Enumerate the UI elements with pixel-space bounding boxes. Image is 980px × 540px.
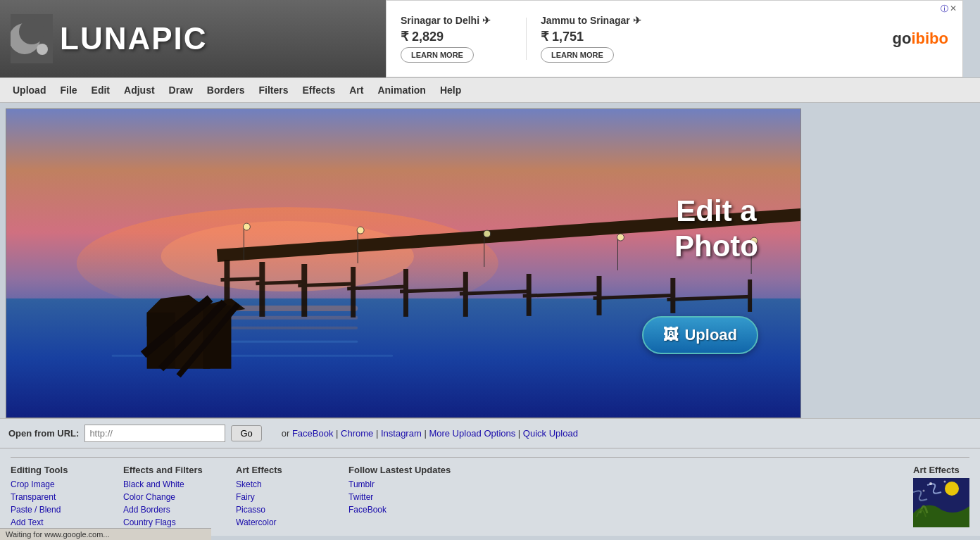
svg-line-49	[144, 299, 211, 355]
art-effects-title: Art Effects	[236, 465, 320, 475]
svg-point-54	[929, 482, 932, 485]
url-quick-upload-link[interactable]: Quick Upload	[523, 428, 578, 439]
url-bar: Open from URL: Go or FaceBook | Chrome |…	[0, 418, 980, 448]
svg-rect-22	[463, 272, 468, 317]
url-links-prefix: or	[282, 428, 292, 439]
nav-file[interactable]: File	[53, 80, 84, 100]
svg-rect-30	[347, 284, 407, 290]
nav-edit[interactable]: Edit	[84, 80, 117, 100]
ad-learn-more-2[interactable]: LEARN MORE	[541, 47, 614, 63]
nav-animation[interactable]: Animation	[370, 80, 432, 100]
add-text-link[interactable]: Add Text	[11, 517, 95, 527]
bottom-divider	[11, 457, 969, 458]
svg-point-8	[77, 207, 498, 320]
svg-rect-24	[597, 276, 602, 315]
svg-rect-32	[460, 289, 530, 295]
facebook-follow-link[interactable]: FaceBook	[348, 505, 451, 515]
url-go-button[interactable]: Go	[231, 425, 261, 441]
hero-upload-label: Upload	[684, 326, 737, 344]
svg-point-56	[923, 490, 925, 492]
svg-rect-26	[748, 280, 752, 312]
color-change-link[interactable]: Color Change	[123, 492, 208, 502]
nav-effects[interactable]: Effects	[296, 80, 343, 100]
sketch-link[interactable]: Sketch	[236, 479, 320, 489]
svg-point-41	[484, 230, 491, 237]
art-effects-preview-title: Art Effects	[913, 465, 960, 475]
svg-rect-19	[301, 264, 307, 317]
svg-point-3	[37, 44, 48, 55]
svg-rect-23	[527, 274, 532, 316]
url-links: or FaceBook | Chrome | Instagram | More …	[282, 428, 578, 439]
black-white-link[interactable]: Black and White	[123, 479, 208, 489]
fairy-link[interactable]: Fairy	[236, 492, 320, 502]
follow-title: Follow Lastest Updates	[348, 465, 451, 475]
crop-image-link[interactable]: Crop Image	[11, 479, 95, 489]
url-chrome-link[interactable]: Chrome	[341, 428, 373, 439]
url-input[interactable]	[84, 425, 225, 442]
follow-col: Follow Lastest Updates Tumblr Twitter Fa…	[348, 465, 451, 515]
status-bar: Waiting for www.google.com...	[0, 528, 211, 540]
art-effects-col: Art Effects Sketch Fairy Picasso Waterco…	[236, 465, 320, 527]
svg-line-50	[161, 302, 225, 369]
svg-rect-25	[670, 278, 675, 313]
navbar: Upload File Edit Adjust Draw Borders Fil…	[0, 77, 980, 103]
nav-upload[interactable]: Upload	[6, 80, 53, 100]
effects-filters-title: Effects and Filters	[123, 465, 208, 475]
editing-tools-title: Editing Tools	[11, 465, 95, 475]
svg-rect-31	[400, 287, 467, 293]
svg-rect-34	[593, 294, 674, 300]
svg-rect-18	[259, 262, 265, 317]
nav-borders[interactable]: Borders	[200, 80, 252, 100]
svg-rect-14	[147, 341, 358, 343]
ad-route-1: Srinagar to Delhi ✈	[401, 15, 491, 26]
editing-tools-col: Editing Tools Crop Image Transparent Pas…	[11, 465, 95, 527]
watercolor-link[interactable]: Watercolor	[236, 517, 320, 527]
logo-header: LUNAPIC	[0, 0, 386, 77]
ad-price-1: ₹ 2,829	[401, 29, 444, 44]
art-effects-preview-box: Art Effects	[913, 465, 969, 527]
logo-icon	[11, 14, 53, 63]
hero-image: Edit a Photo 🖼 Upload	[6, 108, 801, 418]
svg-rect-21	[403, 269, 408, 317]
logo-text: LUNAPIC	[60, 21, 208, 56]
svg-rect-28	[256, 280, 305, 285]
hero-title-line2: Photo	[674, 229, 758, 264]
url-facebook-link[interactable]: FaceBook	[292, 428, 334, 439]
picasso-link[interactable]: Picasso	[236, 505, 320, 515]
nav-help[interactable]: Help	[433, 80, 468, 100]
svg-point-9	[161, 221, 414, 291]
hero-upload-button[interactable]: 🖼 Upload	[642, 316, 758, 354]
nav-adjust[interactable]: Adjust	[117, 80, 162, 100]
ad-close-button[interactable]: ✕	[950, 4, 957, 13]
svg-rect-15	[112, 355, 393, 357]
ad-divider	[526, 18, 527, 60]
url-instagram-link[interactable]: Instagram	[381, 428, 422, 439]
goibibo-logo: goibibo	[893, 30, 948, 48]
ad-info-icon: ⓘ	[941, 4, 948, 14]
svg-rect-13	[231, 327, 358, 329]
transparent-link[interactable]: Transparent	[11, 492, 95, 502]
svg-rect-20	[351, 267, 356, 318]
ad-section-2: Jammu to Srinagar ✈ ₹ 1,751 LEARN MORE	[541, 15, 641, 63]
nav-draw[interactable]: Draw	[162, 80, 200, 100]
add-borders-link[interactable]: Add Borders	[123, 505, 208, 515]
tumblr-link[interactable]: Tumblr	[348, 479, 451, 489]
ad-learn-more-1[interactable]: LEARN MORE	[401, 47, 474, 63]
country-flags-link[interactable]: Country Flags	[123, 517, 208, 527]
ad-banner: ⓘ ✕ Srinagar to Delhi ✈ ₹ 2,829 LEARN MO…	[386, 0, 963, 77]
twitter-link[interactable]: Twitter	[348, 492, 451, 502]
svg-rect-27	[220, 277, 263, 282]
art-thumb[interactable]	[913, 478, 969, 527]
svg-rect-17	[224, 260, 230, 316]
url-more-options-link[interactable]: More Upload Options	[429, 428, 515, 439]
paste-blend-link[interactable]: Paste / Blend	[11, 505, 95, 515]
svg-rect-47	[175, 302, 211, 369]
ad-price-2: ₹ 1,751	[541, 29, 584, 44]
svg-line-51	[179, 304, 239, 376]
svg-point-39	[357, 227, 364, 234]
svg-rect-48	[203, 306, 232, 369]
svg-rect-46	[147, 313, 182, 369]
svg-rect-33	[523, 291, 601, 298]
nav-art[interactable]: Art	[342, 80, 370, 100]
nav-filters[interactable]: Filters	[252, 80, 296, 100]
